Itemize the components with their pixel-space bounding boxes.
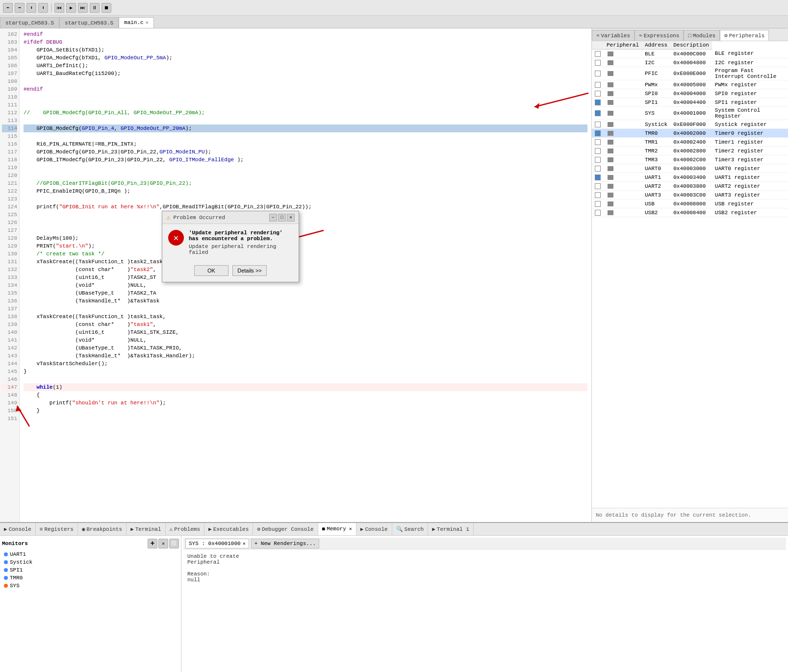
tab-console2[interactable]: ▶ Console — [356, 523, 392, 536]
code-text[interactable]: #endif #ifdef DEBUG GPIOA_SetBits(bTXD1)… — [20, 28, 591, 522]
tab-registers[interactable]: ≡ Registers — [36, 523, 78, 536]
peripheral-row[interactable]: SPI00x40004000SPI0 register — [592, 89, 788, 98]
peripheral-row[interactable]: USB0x40008000USB register — [592, 199, 788, 208]
check-icon[interactable] — [595, 51, 601, 57]
peripheral-check[interactable] — [592, 129, 604, 138]
tab-close-icon[interactable]: ✕ — [349, 526, 352, 532]
monitor-item-uart1[interactable]: UART1 — [2, 550, 179, 558]
peripheral-check[interactable] — [592, 173, 604, 182]
toolbar-btn-2[interactable]: ➡ — [15, 3, 25, 13]
peripheral-row[interactable]: I2C0x40004800I2C register — [592, 58, 788, 67]
dialog-details-btn[interactable]: Details >> — [232, 265, 267, 276]
tab-variables[interactable]: ≈ Variables — [592, 30, 635, 41]
check-icon[interactable] — [595, 139, 601, 145]
check-icon[interactable] — [595, 174, 601, 180]
check-icon[interactable] — [595, 122, 601, 127]
tab-terminal1[interactable]: ▶ Terminal 1 — [428, 523, 474, 536]
tab-terminal[interactable]: ▶ Terminal — [127, 523, 165, 536]
toolbar-btn-9[interactable]: ⏹ — [102, 3, 111, 13]
check-icon[interactable] — [595, 110, 601, 116]
tab-memory[interactable]: ◼ Memory ✕ — [318, 523, 356, 536]
check-icon[interactable] — [595, 166, 601, 172]
peripheral-row[interactable]: UART00x40003000UART0 register — [592, 164, 788, 173]
check-icon[interactable] — [595, 183, 601, 189]
peripheral-check[interactable] — [592, 155, 604, 164]
dialog-minimize-btn[interactable]: − — [269, 214, 277, 222]
tab-startup1[interactable]: startup_CH583.S — [0, 17, 59, 28]
check-icon[interactable] — [595, 100, 601, 105]
peripheral-check[interactable] — [592, 191, 604, 199]
tab-close-icon[interactable]: ✕ — [146, 20, 149, 25]
tab-executables[interactable]: ▶ Executables — [204, 523, 253, 536]
tab-debugger-console[interactable]: ⚙ Debugger Console — [253, 523, 318, 536]
check-icon[interactable] — [595, 192, 601, 198]
peripheral-check[interactable] — [592, 199, 604, 208]
toolbar-btn-1[interactable]: ⬅ — [3, 3, 13, 13]
peripheral-row[interactable]: SPI10x40004400SPI1 register — [592, 98, 788, 107]
peripheral-row[interactable]: TMR20x40002800Timer2 register — [592, 147, 788, 155]
check-icon[interactable] — [595, 91, 601, 97]
peripheral-row[interactable]: TMR30x40002C00Timer3 register — [592, 155, 788, 164]
dialog-ok-btn[interactable]: OK — [194, 265, 229, 276]
tab-modules[interactable]: □ Modules — [684, 30, 720, 41]
remove-monitor-btn[interactable]: ✕ — [158, 539, 168, 548]
peripheral-row[interactable]: UART10x40003400UART1 register — [592, 173, 788, 182]
tab-search[interactable]: 🔍 Search — [392, 523, 429, 536]
tab-console[interactable]: ▶ Console — [0, 523, 36, 536]
monitor-item-sys[interactable]: SYS — [2, 582, 179, 590]
peripheral-check[interactable] — [592, 164, 604, 173]
check-icon[interactable] — [595, 60, 601, 66]
check-icon[interactable] — [595, 210, 601, 216]
clear-monitors-btn[interactable]: ⬜ — [169, 539, 179, 548]
peripheral-row[interactable]: BLE0x4000C000BLE register — [592, 50, 788, 58]
toolbar-btn-8[interactable]: ⏸ — [90, 3, 100, 13]
rendering-tab-close[interactable]: ✕ — [243, 541, 246, 547]
toolbar-btn-3[interactable]: ⬆ — [26, 3, 36, 13]
problem-dialog[interactable]: ⚠ Problem Occurred − □ ✕ ✕ 'Update perip… — [162, 211, 299, 282]
peripheral-check[interactable] — [592, 147, 604, 155]
tab-problems[interactable]: ⚠ Problems — [166, 523, 204, 536]
peripheral-row[interactable]: PFIC0xE000E000Program Fast Interrupt Con… — [592, 67, 788, 80]
dialog-maximize-btn[interactable]: □ — [278, 214, 286, 222]
peripheral-check[interactable] — [592, 208, 604, 217]
peripheral-check[interactable] — [592, 120, 604, 129]
monitor-item-spi1[interactable]: SPI1 — [2, 566, 179, 574]
tab-startup2[interactable]: startup_CH583.S — [59, 17, 119, 28]
peripheral-check[interactable] — [592, 50, 604, 58]
peripheral-check[interactable] — [592, 182, 604, 191]
peripheral-check[interactable] — [592, 107, 604, 120]
check-icon[interactable] — [595, 82, 601, 88]
peripheral-row[interactable]: UART20x40003800UART2 register — [592, 182, 788, 191]
tab-mainc[interactable]: main.c ✕ — [119, 17, 154, 28]
peripheral-row[interactable]: Systick0xE000F000Systick register — [592, 120, 788, 129]
new-renderings-btn[interactable]: + New Renderings... — [251, 539, 319, 548]
tab-peripherals[interactable]: ⚙ Peripherals — [720, 30, 769, 41]
tab-breakpoints[interactable]: ◉ Breakpoints — [78, 523, 127, 536]
monitor-item-systick[interactable]: Systick — [2, 558, 179, 566]
check-icon[interactable] — [595, 148, 601, 154]
toolbar-btn-4[interactable]: ⬇ — [38, 3, 48, 13]
check-icon[interactable] — [595, 130, 601, 136]
peripheral-row[interactable]: SYS0x40001000System Control Register — [592, 107, 788, 120]
peripheral-check[interactable] — [592, 138, 604, 147]
peripheral-row[interactable]: PWMx0x40005000PWMx register — [592, 80, 788, 89]
toolbar-btn-6[interactable]: ▶ — [66, 3, 76, 13]
peripheral-row[interactable]: UART30x40003C00UART3 register — [592, 191, 788, 199]
peripheral-row[interactable]: TMR10x40002400Timer1 register — [592, 138, 788, 147]
monitor-item-tmr0[interactable]: TMR0 — [2, 574, 179, 582]
toolbar-btn-5[interactable]: ⏮ — [54, 3, 64, 13]
rendering-tab-sys[interactable]: SYS : 0x40001000 ✕ — [185, 539, 249, 548]
check-icon[interactable] — [595, 71, 601, 76]
peripheral-check[interactable] — [592, 67, 604, 80]
check-icon[interactable] — [595, 201, 601, 207]
peripheral-check[interactable] — [592, 89, 604, 98]
peripheral-check[interactable] — [592, 58, 604, 67]
peripheral-check[interactable] — [592, 98, 604, 107]
check-icon[interactable] — [595, 157, 601, 163]
dialog-close-btn[interactable]: ✕ — [287, 214, 295, 222]
peripheral-check[interactable] — [592, 80, 604, 89]
peripheral-row[interactable]: TMR00x40002000Timer0 register — [592, 129, 788, 138]
tab-expressions[interactable]: ≈ Expressions — [635, 30, 684, 41]
add-monitor-btn[interactable]: + — [148, 539, 157, 548]
toolbar-btn-7[interactable]: ⏭ — [78, 3, 88, 13]
